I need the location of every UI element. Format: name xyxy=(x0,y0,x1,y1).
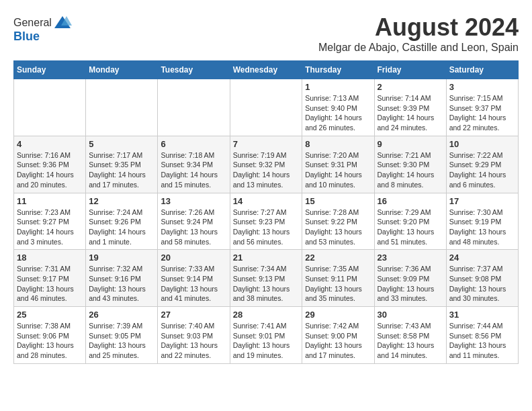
day-info: Sunrise: 7:32 AM Sunset: 9:16 PM Dayligh… xyxy=(89,264,154,304)
weekday-header-row: SundayMondayTuesdayWednesdayThursdayFrid… xyxy=(14,61,519,79)
calendar-week-row: 4Sunrise: 7:16 AM Sunset: 9:36 PM Daylig… xyxy=(14,136,519,193)
day-info: Sunrise: 7:37 AM Sunset: 9:08 PM Dayligh… xyxy=(449,264,515,304)
calendar-cell: 9Sunrise: 7:21 AM Sunset: 9:30 PM Daylig… xyxy=(374,136,446,193)
day-number: 31 xyxy=(449,310,515,320)
day-info: Sunrise: 7:31 AM Sunset: 9:17 PM Dayligh… xyxy=(17,264,83,304)
calendar-cell: 5Sunrise: 7:17 AM Sunset: 9:35 PM Daylig… xyxy=(86,136,158,193)
calendar-cell: 10Sunrise: 7:22 AM Sunset: 9:29 PM Dayli… xyxy=(446,136,518,193)
logo-general-text: General xyxy=(13,17,52,29)
calendar-cell: 31Sunrise: 7:44 AM Sunset: 8:56 PM Dayli… xyxy=(446,307,518,364)
day-number: 11 xyxy=(17,196,83,206)
day-info: Sunrise: 7:14 AM Sunset: 9:39 PM Dayligh… xyxy=(378,93,443,133)
calendar-cell: 19Sunrise: 7:32 AM Sunset: 9:16 PM Dayli… xyxy=(86,250,158,307)
title-block: August 2024 Melgar de Abajo, Castille an… xyxy=(318,13,519,54)
calendar-cell: 11Sunrise: 7:23 AM Sunset: 9:27 PM Dayli… xyxy=(14,193,86,250)
day-number: 30 xyxy=(378,310,443,320)
day-info: Sunrise: 7:43 AM Sunset: 8:58 PM Dayligh… xyxy=(378,321,443,361)
calendar-cell: 27Sunrise: 7:40 AM Sunset: 9:03 PM Dayli… xyxy=(158,307,230,364)
calendar-cell xyxy=(230,79,302,136)
calendar-cell: 17Sunrise: 7:30 AM Sunset: 9:19 PM Dayli… xyxy=(446,193,518,250)
day-number: 24 xyxy=(449,253,515,263)
day-number: 26 xyxy=(89,310,154,320)
day-number: 18 xyxy=(17,253,83,263)
calendar-cell: 25Sunrise: 7:38 AM Sunset: 9:06 PM Dayli… xyxy=(14,307,86,364)
day-info: Sunrise: 7:44 AM Sunset: 8:56 PM Dayligh… xyxy=(449,321,515,361)
day-number: 3 xyxy=(449,82,515,92)
day-number: 22 xyxy=(305,253,371,263)
calendar-cell: 8Sunrise: 7:20 AM Sunset: 9:31 PM Daylig… xyxy=(302,136,374,193)
day-info: Sunrise: 7:28 AM Sunset: 9:22 PM Dayligh… xyxy=(305,208,371,247)
day-info: Sunrise: 7:41 AM Sunset: 9:01 PM Dayligh… xyxy=(233,321,300,361)
calendar-cell: 3Sunrise: 7:15 AM Sunset: 9:37 PM Daylig… xyxy=(446,79,518,136)
day-info: Sunrise: 7:20 AM Sunset: 9:31 PM Dayligh… xyxy=(305,150,371,190)
day-info: Sunrise: 7:16 AM Sunset: 9:36 PM Dayligh… xyxy=(17,150,83,190)
day-number: 20 xyxy=(161,253,226,263)
day-number: 28 xyxy=(233,310,300,320)
location-title: Melgar de Abajo, Castille and Leon, Spai… xyxy=(318,42,519,54)
calendar-cell: 12Sunrise: 7:24 AM Sunset: 9:26 PM Dayli… xyxy=(86,193,158,250)
calendar-table: SundayMondayTuesdayWednesdayThursdayFrid… xyxy=(13,60,519,364)
calendar-cell: 13Sunrise: 7:26 AM Sunset: 9:24 PM Dayli… xyxy=(158,193,230,250)
page-header: General Blue August 2024 Melgar de Abajo… xyxy=(13,13,519,54)
day-info: Sunrise: 7:36 AM Sunset: 9:09 PM Dayligh… xyxy=(378,264,443,304)
day-number: 14 xyxy=(233,196,300,206)
day-number: 13 xyxy=(161,196,226,206)
day-info: Sunrise: 7:30 AM Sunset: 9:19 PM Dayligh… xyxy=(449,208,515,247)
weekday-header-wednesday: Wednesday xyxy=(230,61,302,79)
day-info: Sunrise: 7:15 AM Sunset: 9:37 PM Dayligh… xyxy=(449,93,515,133)
day-info: Sunrise: 7:33 AM Sunset: 9:14 PM Dayligh… xyxy=(161,264,226,304)
day-info: Sunrise: 7:26 AM Sunset: 9:24 PM Dayligh… xyxy=(161,208,226,247)
calendar-cell: 14Sunrise: 7:27 AM Sunset: 9:23 PM Dayli… xyxy=(230,193,302,250)
weekday-header-tuesday: Tuesday xyxy=(158,61,230,79)
calendar-cell: 21Sunrise: 7:34 AM Sunset: 9:13 PM Dayli… xyxy=(230,250,302,307)
calendar-cell: 18Sunrise: 7:31 AM Sunset: 9:17 PM Dayli… xyxy=(14,250,86,307)
calendar-cell: 24Sunrise: 7:37 AM Sunset: 9:08 PM Dayli… xyxy=(446,250,518,307)
weekday-header-friday: Friday xyxy=(374,61,446,79)
weekday-header-thursday: Thursday xyxy=(302,61,374,79)
weekday-header-monday: Monday xyxy=(86,61,158,79)
day-number: 5 xyxy=(89,139,154,149)
calendar-cell xyxy=(14,79,86,136)
month-title: August 2024 xyxy=(318,13,519,42)
day-number: 19 xyxy=(89,253,154,263)
calendar-cell: 28Sunrise: 7:41 AM Sunset: 9:01 PM Dayli… xyxy=(230,307,302,364)
day-number: 12 xyxy=(89,196,154,206)
calendar-cell: 20Sunrise: 7:33 AM Sunset: 9:14 PM Dayli… xyxy=(158,250,230,307)
day-info: Sunrise: 7:40 AM Sunset: 9:03 PM Dayligh… xyxy=(161,321,226,361)
day-number: 4 xyxy=(17,139,83,149)
calendar-cell: 7Sunrise: 7:19 AM Sunset: 9:32 PM Daylig… xyxy=(230,136,302,193)
day-number: 10 xyxy=(449,139,515,149)
calendar-cell xyxy=(86,79,158,136)
day-info: Sunrise: 7:35 AM Sunset: 9:11 PM Dayligh… xyxy=(305,264,371,304)
day-number: 6 xyxy=(161,139,226,149)
calendar-week-row: 1Sunrise: 7:13 AM Sunset: 9:40 PM Daylig… xyxy=(14,79,519,136)
day-info: Sunrise: 7:23 AM Sunset: 9:27 PM Dayligh… xyxy=(17,208,83,247)
day-info: Sunrise: 7:18 AM Sunset: 9:34 PM Dayligh… xyxy=(161,150,226,190)
day-info: Sunrise: 7:19 AM Sunset: 9:32 PM Dayligh… xyxy=(233,150,300,190)
day-number: 29 xyxy=(305,310,371,320)
day-info: Sunrise: 7:24 AM Sunset: 9:26 PM Dayligh… xyxy=(89,208,154,247)
calendar-week-row: 18Sunrise: 7:31 AM Sunset: 9:17 PM Dayli… xyxy=(14,250,519,307)
day-number: 21 xyxy=(233,253,300,263)
logo-blue-text: Blue xyxy=(13,30,40,44)
day-info: Sunrise: 7:27 AM Sunset: 9:23 PM Dayligh… xyxy=(233,208,300,247)
calendar-cell: 29Sunrise: 7:42 AM Sunset: 9:00 PM Dayli… xyxy=(302,307,374,364)
day-info: Sunrise: 7:22 AM Sunset: 9:29 PM Dayligh… xyxy=(449,150,515,190)
day-number: 16 xyxy=(378,196,443,206)
calendar-cell: 6Sunrise: 7:18 AM Sunset: 9:34 PM Daylig… xyxy=(158,136,230,193)
day-info: Sunrise: 7:17 AM Sunset: 9:35 PM Dayligh… xyxy=(89,150,154,190)
day-number: 27 xyxy=(161,310,226,320)
calendar-cell: 22Sunrise: 7:35 AM Sunset: 9:11 PM Dayli… xyxy=(302,250,374,307)
logo: General Blue xyxy=(13,13,72,44)
calendar-cell: 1Sunrise: 7:13 AM Sunset: 9:40 PM Daylig… xyxy=(302,79,374,136)
day-info: Sunrise: 7:42 AM Sunset: 9:00 PM Dayligh… xyxy=(305,321,371,361)
calendar-week-row: 11Sunrise: 7:23 AM Sunset: 9:27 PM Dayli… xyxy=(14,193,519,250)
day-number: 15 xyxy=(305,196,371,206)
day-number: 8 xyxy=(305,139,371,149)
day-number: 7 xyxy=(233,139,300,149)
calendar-cell: 4Sunrise: 7:16 AM Sunset: 9:36 PM Daylig… xyxy=(14,136,86,193)
calendar-cell: 15Sunrise: 7:28 AM Sunset: 9:22 PM Dayli… xyxy=(302,193,374,250)
day-number: 9 xyxy=(378,139,443,149)
day-info: Sunrise: 7:34 AM Sunset: 9:13 PM Dayligh… xyxy=(233,264,300,304)
logo-icon xyxy=(53,13,72,32)
